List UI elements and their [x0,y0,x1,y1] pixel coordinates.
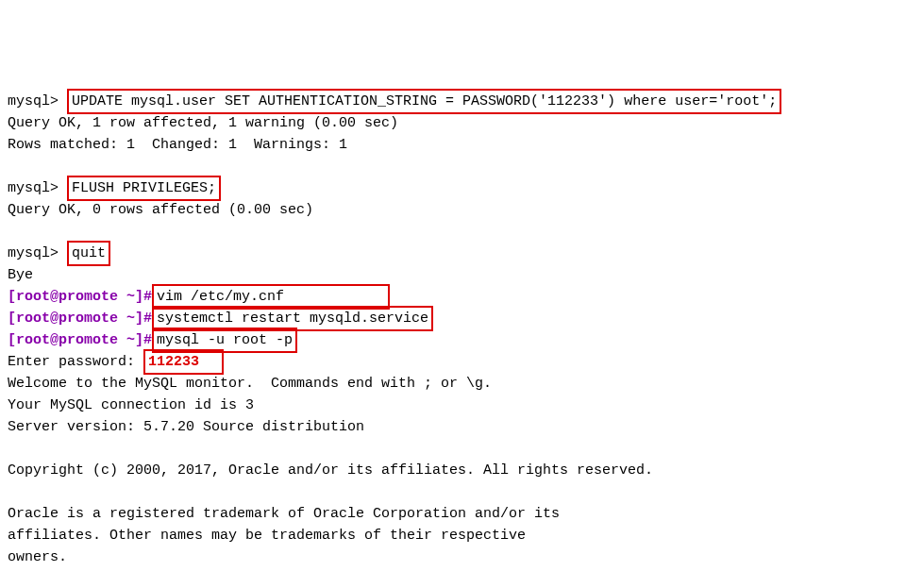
enter-password-label: Enter password: [8,354,135,370]
password-value: 112233 [148,354,199,370]
sql-quit-command: quit [72,245,106,261]
welcome-line-1: Welcome to the MySQL monitor. Commands e… [8,376,492,392]
sql-update-command: UPDATE mysql.user SET AUTHENTICATION_STR… [72,93,777,109]
trademark-line-2: affiliates. Other names may be trademark… [8,528,526,544]
copyright-line: Copyright (c) 2000, 2017, Oracle and/or … [8,462,653,479]
trademark-line-3: owners. [8,549,67,565]
highlight-quit-cmd: quit [67,241,110,266]
highlight-flush-cmd: FLUSH PRIVILEGES; [67,176,221,201]
output-rows-matched: Rows matched: 1 Changed: 1 Warnings: 1 [8,137,347,153]
output-bye: Bye [8,267,33,283]
shell-vim-command: vim /etc/my.cnf [157,289,284,305]
mysql-prompt: mysql> [8,245,59,261]
output-query-ok-2: Query OK, 0 rows affected (0.00 sec) [8,202,313,218]
highlight-password: 112233 [143,349,224,375]
shell-systemctl-command: systemctl restart mysqld.service [157,311,428,327]
shell-mysql-login-command: mysql -u root -p [157,332,293,348]
trademark-line-1: Oracle is a registered trademark of Orac… [8,506,560,522]
welcome-line-3: Server version: 5.7.20 Source distributi… [8,419,364,435]
welcome-line-2: Your MySQL connection id is 3 [8,397,254,413]
mysql-prompt: mysql> [8,93,59,109]
highlight-update-cmd: UPDATE mysql.user SET AUTHENTICATION_STR… [67,89,781,114]
shell-prompt: [root@promote ~]# [8,311,152,327]
shell-prompt: [root@promote ~]# [8,332,152,348]
output-query-ok-1: Query OK, 1 row affected, 1 warning (0.0… [8,115,398,131]
shell-prompt: [root@promote ~]# [8,289,152,305]
sql-flush-command: FLUSH PRIVILEGES; [72,180,216,196]
mysql-prompt: mysql> [8,180,59,196]
